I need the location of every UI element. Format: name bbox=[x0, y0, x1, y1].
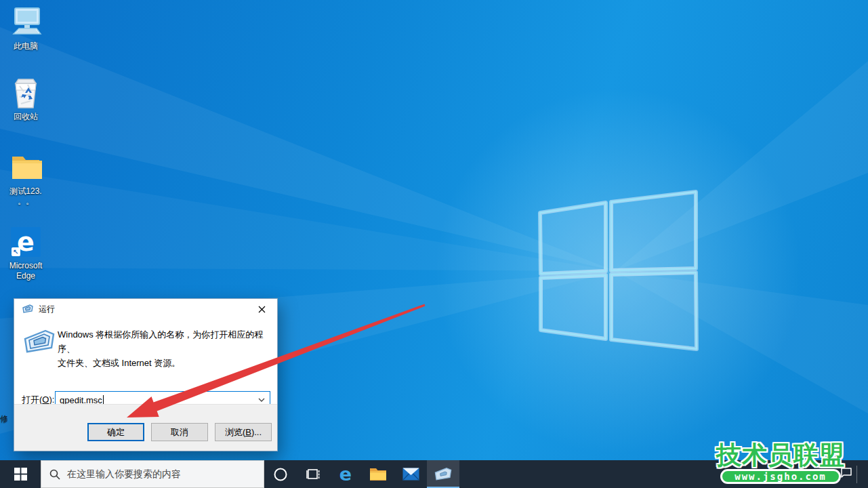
desktop-icon-label: 测试123. 。。 bbox=[0, 186, 51, 207]
system-tray: 11:29 bbox=[777, 460, 868, 488]
tray-chevron-up-icon[interactable] bbox=[777, 468, 786, 481]
desktop-icon-folder-test123[interactable]: 测试123. 。。 bbox=[0, 150, 51, 207]
task-view-icon bbox=[306, 468, 320, 481]
desktop-icon-label: Microsoft Edge bbox=[0, 261, 51, 281]
windows-logo bbox=[540, 192, 697, 349]
shortcut-arrow-icon: ↖ bbox=[12, 247, 20, 256]
tray-clock[interactable]: 11:29 bbox=[806, 470, 836, 479]
browse-button[interactable]: 浏览(B)... bbox=[215, 423, 272, 441]
desktop-icon-microsoft-edge[interactable]: e ↖ Microsoft Edge bbox=[0, 225, 51, 281]
windows-logo-icon bbox=[14, 468, 27, 481]
edge-icon: e ↖ bbox=[0, 225, 51, 259]
dialog-message: Windows 将根据你所输入的名称，为你打开相应的程序、 文件夹、文档或 In… bbox=[58, 327, 270, 370]
ok-button[interactable]: 确定 bbox=[87, 423, 144, 441]
desktop: 此电脑 回收站 测 bbox=[0, 0, 868, 488]
run-dialog: 运行 Windows 将根据你所输入的名称，为你打开相应的程序、 文件夹、文档或… bbox=[14, 298, 278, 451]
search-input[interactable]: 在这里输入你要搜索的内容 bbox=[41, 460, 264, 488]
this-pc-icon bbox=[0, 5, 51, 39]
desktop-icon-label: 此电脑 bbox=[0, 41, 51, 52]
run-dialog-icon bbox=[22, 304, 33, 314]
taskbar-mail-button[interactable] bbox=[394, 460, 427, 488]
task-view-button[interactable] bbox=[297, 460, 329, 488]
taskbar: 在这里输入你要搜索的内容 e bbox=[0, 460, 868, 488]
desktop-icon-this-pc[interactable]: 此电脑 bbox=[0, 5, 51, 52]
search-placeholder: 在这里输入你要搜索的内容 bbox=[67, 468, 181, 481]
show-desktop-button[interactable] bbox=[861, 460, 865, 488]
edge-icon: e bbox=[339, 465, 352, 483]
desktop-icon-label: 回收站 bbox=[0, 112, 51, 122]
taskbar-file-explorer-button[interactable] bbox=[362, 460, 394, 488]
action-center-icon[interactable] bbox=[840, 467, 852, 481]
desktop-icon-recycle-bin[interactable]: 回收站 bbox=[0, 76, 51, 122]
recycle-bin-icon bbox=[0, 76, 51, 110]
cortana-button[interactable] bbox=[264, 460, 297, 488]
cancel-button[interactable]: 取消 bbox=[151, 423, 208, 441]
start-button[interactable] bbox=[0, 460, 41, 488]
tray-language-sync-icon[interactable] bbox=[790, 468, 802, 481]
close-icon[interactable] bbox=[251, 301, 272, 317]
file-explorer-icon bbox=[369, 467, 387, 482]
folder-icon bbox=[0, 150, 51, 184]
taskbar-run-button-active[interactable] bbox=[427, 460, 459, 488]
run-glyph-icon bbox=[24, 329, 55, 357]
mail-icon bbox=[402, 468, 419, 481]
dialog-title: 运行 bbox=[39, 304, 251, 315]
cortana-icon bbox=[273, 467, 288, 482]
search-icon bbox=[49, 469, 60, 480]
show-desktop-divider bbox=[856, 466, 857, 483]
run-dialog-titlebar[interactable]: 运行 bbox=[14, 299, 277, 319]
dialog-footer: 确定 取消 浏览(B)... bbox=[14, 404, 277, 451]
hidden-desktop-icon-fragment: 修 bbox=[0, 413, 7, 425]
run-app-icon bbox=[434, 467, 452, 481]
taskbar-edge-button[interactable]: e bbox=[329, 460, 362, 488]
